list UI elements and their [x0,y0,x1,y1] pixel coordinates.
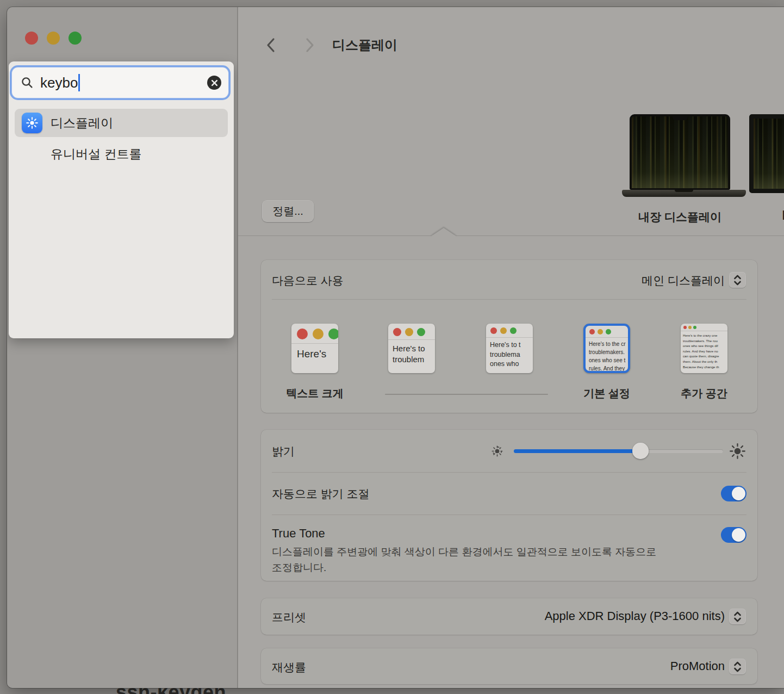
true-tone-description: 조정합니다. [272,561,326,575]
zoom-button[interactable] [69,32,82,45]
builtin-display-label: 내장 디스플레이 [630,209,730,225]
use-as-card: 다음으로 사용 메인 디스플레이 Here's 텍스트 크게 [261,260,757,413]
true-tone-toggle[interactable] [721,527,746,543]
search-icon [21,76,34,89]
search-results-panel: keybo [9,61,234,338]
external-display-label: LG HDR 4K [746,208,784,223]
refresh-rate-card: 재생률 ProMotion [261,648,757,684]
clear-search-icon[interactable] [207,76,221,90]
scaling-option-2[interactable]: Here's to troublem [376,324,447,373]
card-divider [272,472,746,473]
display-settings-icon [22,113,42,133]
section-divider [238,236,784,236]
scaling-thumbnail-selected: Here's to the cr troublemakers. ones who… [583,324,630,373]
preset-label: 프리셋 [272,610,306,625]
scaling-option-label: 기본 설정 [571,386,642,401]
arrange-button[interactable]: 정렬... [262,200,314,222]
search-result-display[interactable]: 디스플레이 [15,109,228,137]
scaling-option-default[interactable]: Here's to the cr troublemakers. ones who… [571,324,642,373]
scaling-thumbnail: Here's [291,324,338,373]
true-tone-label: True Tone [272,526,325,541]
forward-button[interactable] [300,34,320,56]
page-title: 디스플레이 [332,36,397,54]
display-settings-pane: 디스플레이 내장 디스플레이 LG HDR 4K 정렬... 다음으로 사용 메… [238,7,784,688]
true-tone-description: 디스플레이를 주변광에 맞춰 색상이 다른 환경에서도 일관적으로 보이도록 자… [272,545,656,559]
auto-brightness-label: 자동으로 밝기 조절 [272,486,370,501]
laptop-base [622,190,746,197]
scaling-thumbnail: Here's to t troublema ones who [486,324,533,373]
brightness-label: 밝기 [272,444,295,459]
external-display-thumbnail[interactable] [749,114,784,193]
card-divider [272,515,746,515]
text-cursor [78,74,80,91]
refresh-rate-stepper-icon[interactable] [729,659,746,674]
search-value: keybo [40,75,78,91]
preset-card: 프리셋 Apple XDR Display (P3-1600 nits) [261,598,757,635]
minimize-button[interactable] [47,32,60,45]
close-button[interactable] [25,32,38,45]
scaling-connector-line [385,394,548,395]
search-result-label: 디스플레이 [51,115,113,132]
brightness-low-icon [491,445,503,457]
search-result-universal-control[interactable]: 유니버설 컨트롤 [15,141,228,166]
system-settings-window: keybo [7,7,784,688]
scaling-option-label: 추가 공간 [669,386,739,401]
search-result-label: 유니버설 컨트롤 [51,146,141,163]
preset-value[interactable]: Apple XDR Display (P3-1600 nits) [545,609,725,623]
use-as-value[interactable]: 메인 디스플레이 [642,273,725,288]
sidebar: keybo [7,7,238,688]
back-button[interactable] [261,34,281,56]
laptop-notch [673,116,688,120]
scaling-option-3[interactable]: Here's to t troublema ones who [474,324,545,373]
scaling-thumbnail: Here's to troublem [388,324,435,373]
selected-display-pointer [431,228,457,237]
brightness-high-icon [730,443,745,459]
scaling-option-label: 텍스트 크게 [279,386,350,401]
use-as-label: 다음으로 사용 [272,273,344,288]
refresh-rate-label: 재생률 [272,660,306,675]
scaling-option-more-space[interactable]: Here's to the crazy one troublemakers. T… [669,324,739,373]
scaling-option-larger-text[interactable]: Here's 텍스트 크게 [279,324,350,373]
builtin-display-thumbnail[interactable] [630,114,730,190]
brightness-card: 밝기 [261,430,757,581]
auto-brightness-toggle[interactable] [721,486,746,501]
preset-stepper-icon[interactable] [729,609,746,624]
brightness-slider[interactable] [514,449,723,453]
search-input[interactable]: keybo [12,67,228,98]
brightness-fill [514,449,640,453]
desktop-background: ssh-keygen keybo [0,0,784,694]
use-as-stepper-icon[interactable] [729,272,746,288]
refresh-rate-value[interactable]: ProMotion [670,659,725,673]
card-divider [272,299,746,300]
brightness-knob[interactable] [632,443,649,459]
scaling-thumbnail: Here's to the crazy one troublemakers. T… [681,324,727,373]
